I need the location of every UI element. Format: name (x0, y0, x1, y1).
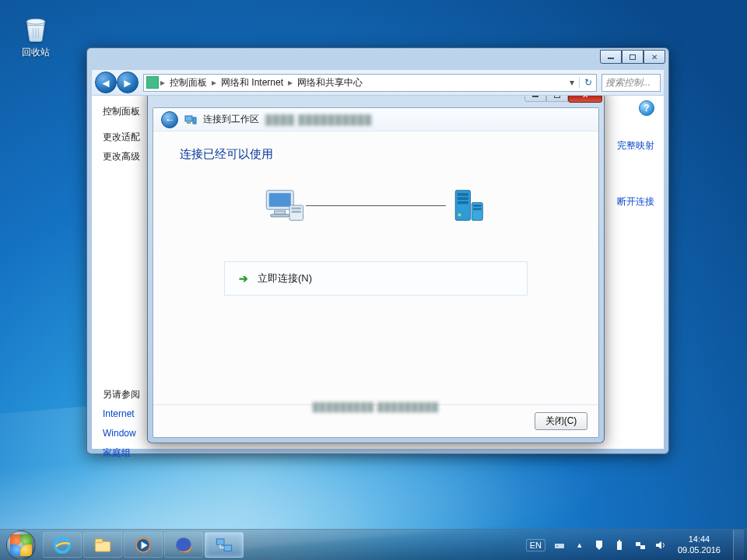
server-icon (446, 185, 489, 226)
address-dropdown[interactable]: ▾ (565, 77, 579, 88)
svg-rect-7 (271, 214, 290, 217)
tray-action-center-icon[interactable] (594, 539, 606, 551)
svg-rect-3 (193, 117, 196, 124)
svg-rect-10 (292, 211, 301, 213)
breadcrumb-seg-3[interactable]: 网络和共享中心 (293, 76, 367, 89)
option-connect-now-label: 立即连接(N) (258, 271, 312, 285)
tray-date: 09.05.2016 (678, 545, 721, 556)
svg-rect-18 (473, 208, 482, 211)
search-placeholder: 搜索控制... (605, 76, 651, 89)
sidebar-link-homegroup[interactable]: 家庭组 (103, 443, 146, 463)
parent-titlebar[interactable] (87, 48, 668, 68)
svg-rect-26 (216, 538, 224, 544)
svg-rect-31 (619, 540, 620, 541)
wizard-subtitle-blurred: ████ ██████████ (265, 114, 372, 125)
svg-rect-2 (187, 122, 191, 124)
address-bar[interactable]: ▸ 控制面板 ▸ 网络和 Internet ▸ 网络和共享中心 ▾ ↻ (143, 74, 597, 92)
system-tray: EN ▴ 14:44 09.05.2016 (523, 530, 747, 560)
sidebar-heading: 控制面板 (103, 102, 146, 121)
svg-rect-15 (458, 214, 461, 217)
computer-icon (262, 185, 306, 226)
wizard-title: 连接到工作区 (203, 113, 259, 126)
connection-line (306, 205, 446, 206)
svg-point-29 (556, 545, 558, 547)
svg-rect-13 (458, 198, 468, 201)
wizard-back-button[interactable]: ← (161, 111, 178, 128)
svg-rect-1 (185, 116, 192, 121)
svg-rect-9 (292, 208, 301, 210)
taskbar-ie[interactable] (43, 532, 82, 558)
window-connect-workplace-wizard: ← 连接到工作区 ████ ██████████ 连接已经可以使用 (147, 86, 605, 443)
svg-rect-27 (224, 545, 232, 551)
taskbar: EN ▴ 14:44 09.05.2016 (0, 529, 747, 560)
svg-marker-34 (656, 541, 661, 549)
svg-rect-33 (640, 545, 645, 549)
parent-minimize-button[interactable] (600, 50, 622, 64)
taskbar-explorer[interactable] (83, 532, 122, 558)
svg-rect-12 (458, 193, 468, 196)
nav-back-button[interactable]: ◄ (95, 72, 117, 93)
wizard-footer-blurred: █████████ █████████ (313, 402, 439, 411)
nav-forward-button[interactable]: ► (117, 72, 139, 93)
svg-rect-6 (275, 211, 286, 214)
svg-rect-21 (95, 538, 103, 542)
svg-rect-28 (555, 544, 564, 548)
parent-sidebar: 控制面板 更改适配 更改高级 另请参阅 Internet Window 家庭组 (92, 96, 146, 449)
wizard-header: ← 连接到工作区 ████ ██████████ (153, 108, 598, 131)
main-link-disconnect[interactable]: 断开连接 (617, 195, 654, 208)
main-link-full-map[interactable]: 完整映射 (617, 139, 654, 152)
svg-rect-14 (458, 201, 468, 205)
tray-power-icon[interactable] (614, 539, 626, 551)
search-input[interactable]: 搜索控制... (601, 74, 661, 92)
breadcrumb-seg-2[interactable]: 网络和 Internet (216, 76, 288, 89)
wizard-heading: 连接已经可以使用 (180, 147, 572, 162)
address-refresh[interactable]: ↻ (579, 77, 596, 88)
recycle-bin-label: 回收站 (22, 47, 50, 58)
wizard-close-footer-button[interactable]: 关闭(C) (535, 412, 587, 430)
help-button[interactable]: ? (639, 100, 654, 116)
parent-close-button[interactable] (644, 50, 665, 64)
taskbar-network-center[interactable] (205, 532, 244, 558)
sidebar-link-windows[interactable]: Window (103, 424, 146, 443)
tray-clock[interactable]: 14:44 09.05.2016 (675, 534, 724, 556)
tray-network-icon[interactable] (634, 539, 647, 551)
sidebar-link-internet[interactable]: Internet (103, 404, 146, 424)
tray-safely-remove-icon[interactable] (553, 539, 566, 551)
arrow-right-icon: ➔ (239, 272, 248, 285)
address-icon (146, 76, 159, 89)
tray-time: 14:44 (678, 534, 721, 545)
svg-rect-32 (636, 542, 640, 546)
tray-up-icon[interactable]: ▴ (573, 539, 586, 551)
start-button[interactable] (0, 530, 42, 560)
sidebar-see-also: 另请参阅 (103, 385, 146, 404)
show-desktop-button[interactable] (733, 530, 744, 561)
svg-rect-17 (473, 205, 482, 207)
breadcrumb-seg-1[interactable]: 控制面板 (165, 76, 212, 89)
parent-toolbar: ◄ ► ▸ 控制面板 ▸ 网络和 Internet ▸ 网络和共享中心 ▾ ↻ … (92, 70, 664, 96)
taskbar-media-player[interactable] (124, 532, 163, 558)
tray-volume-icon[interactable] (654, 539, 667, 551)
recycle-bin-icon (19, 12, 53, 44)
parent-maximize-button[interactable] (622, 50, 644, 64)
connection-diagram (180, 185, 572, 226)
svg-point-0 (26, 19, 44, 24)
svg-rect-30 (617, 541, 622, 550)
wizard-title-icon (184, 114, 197, 126)
taskbar-firefox[interactable] (164, 532, 203, 558)
option-connect-now[interactable]: ➔ 立即连接(N) (224, 261, 528, 296)
desktop-icon-recycle-bin[interactable]: 回收站 (14, 12, 58, 59)
sidebar-link-advanced[interactable]: 更改高级 (103, 147, 146, 166)
tray-language[interactable]: EN (526, 539, 545, 551)
sidebar-link-adapter[interactable]: 更改适配 (103, 128, 146, 147)
svg-rect-5 (269, 193, 291, 207)
